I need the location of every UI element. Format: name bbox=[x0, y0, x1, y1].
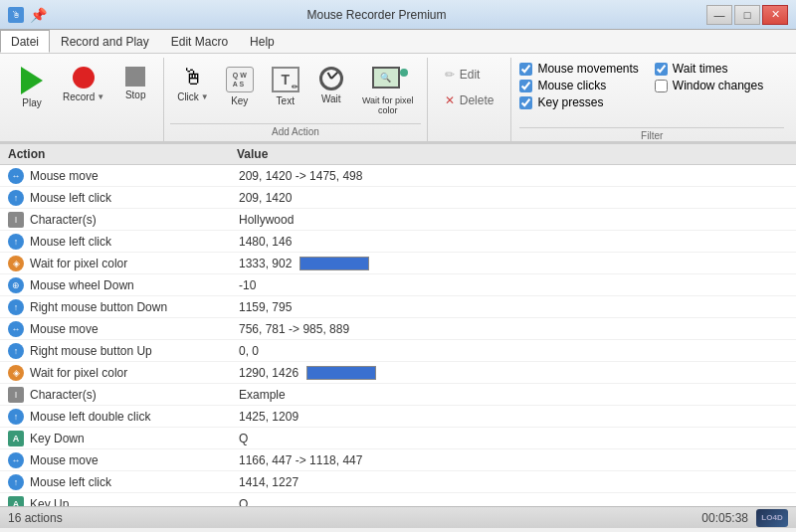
menu-help[interactable]: Help bbox=[239, 30, 286, 53]
action-table[interactable]: Action Value ↔ Mouse move 209, 1420 -> 1… bbox=[0, 143, 796, 506]
table-row[interactable]: ↑ Mouse left click 209, 1420 bbox=[0, 187, 796, 209]
row-value: 1166, 447 -> 1118, 447 bbox=[239, 453, 788, 467]
play-button[interactable]: Play bbox=[10, 62, 54, 113]
row-value-text: Q bbox=[239, 497, 248, 507]
table-row[interactable]: ↑ Mouse left double click 1425, 1209 bbox=[0, 406, 796, 428]
row-action-text: Right mouse button Up bbox=[30, 344, 239, 358]
row-type-icon: A bbox=[8, 431, 24, 446]
click-button[interactable]: 🖱 Click ▼ bbox=[170, 62, 216, 107]
table-row[interactable]: ↑ Mouse left click 1414, 1227 bbox=[0, 471, 796, 493]
edit-section: ✏ Edit ✕ Delete bbox=[428, 58, 512, 141]
filter-col-left: Mouse movements Mouse clicks Key presses bbox=[519, 62, 638, 123]
row-value: 1290, 1426 bbox=[239, 366, 788, 380]
table-body: ↔ Mouse move 209, 1420 -> 1475, 498 ↑ Mo… bbox=[0, 165, 796, 506]
row-action-text: Key Down bbox=[30, 432, 239, 445]
row-value: Example bbox=[239, 388, 788, 402]
table-row[interactable]: ◈ Wait for pixel color 1290, 1426 bbox=[0, 362, 796, 384]
mouse-clicks-checkbox[interactable] bbox=[519, 80, 532, 92]
text-button[interactable]: T ✏ Text bbox=[264, 62, 307, 111]
filter-mouse-movements[interactable]: Mouse movements bbox=[519, 62, 638, 76]
row-type-icon: ◈ bbox=[8, 365, 24, 381]
menu-edit-macro[interactable]: Edit Macro bbox=[160, 30, 239, 53]
add-action-items: 🖱 Click ▼ Q WA S Key T ✏ Text bbox=[170, 58, 421, 121]
window-title: Mouse Recorder Premium bbox=[47, 8, 706, 22]
key-button[interactable]: Q WA S Key bbox=[218, 62, 262, 111]
stop-button[interactable]: Stop bbox=[113, 62, 157, 105]
row-value: 1159, 795 bbox=[239, 300, 788, 314]
filter-col-right: Wait times Window changes bbox=[655, 62, 763, 123]
filter-mouse-clicks[interactable]: Mouse clicks bbox=[519, 79, 638, 92]
window-changes-checkbox[interactable] bbox=[655, 80, 668, 92]
click-dropdown-arrow: ▼ bbox=[201, 92, 209, 101]
table-row[interactable]: A Key Up Q bbox=[0, 493, 796, 506]
wait-times-checkbox[interactable] bbox=[655, 63, 668, 76]
menu-datei[interactable]: Datei bbox=[0, 30, 50, 53]
table-row[interactable]: ↑ Right mouse button Down 1159, 795 bbox=[0, 296, 796, 318]
close-button[interactable]: ✕ bbox=[762, 5, 788, 25]
table-row[interactable]: ↑ Right mouse button Up 0, 0 bbox=[0, 340, 796, 362]
row-value-text: 756, 781 -> 985, 889 bbox=[239, 322, 349, 336]
row-action-text: Mouse left click bbox=[30, 235, 239, 249]
row-type-icon: ↑ bbox=[8, 409, 24, 425]
record-icon bbox=[73, 67, 95, 89]
col-action-header: Action bbox=[8, 147, 237, 161]
table-row[interactable]: ↔ Mouse move 756, 781 -> 985, 889 bbox=[0, 318, 796, 340]
table-row[interactable]: ⊕ Mouse wheel Down -10 bbox=[0, 274, 796, 296]
key-icon: Q WA S bbox=[226, 67, 254, 92]
table-row[interactable]: ↑ Mouse left click 1480, 146 bbox=[0, 231, 796, 253]
key-presses-checkbox[interactable] bbox=[519, 96, 532, 109]
maximize-button[interactable]: □ bbox=[734, 5, 760, 25]
pin-icon[interactable]: 📌 bbox=[30, 7, 47, 23]
color-swatch bbox=[306, 366, 376, 380]
table-row[interactable]: I Character(s) Example bbox=[0, 384, 796, 406]
minimize-button[interactable]: — bbox=[706, 5, 732, 25]
row-value-text: 1414, 1227 bbox=[239, 475, 298, 489]
row-value: 1333, 902 bbox=[239, 257, 788, 270]
edit-button[interactable]: ✏ Edit bbox=[436, 64, 503, 86]
table-row[interactable]: ◈ Wait for pixel color 1333, 902 bbox=[0, 253, 796, 274]
menu-record-and-play[interactable]: Record and Play bbox=[50, 30, 160, 53]
filter-key-presses[interactable]: Key presses bbox=[519, 95, 638, 109]
table-row[interactable]: I Character(s) Hollywood bbox=[0, 209, 796, 231]
row-value: Q bbox=[239, 432, 788, 445]
row-type-icon: ◈ bbox=[8, 256, 24, 271]
status-right: 00:05:38 LO4D bbox=[701, 509, 788, 527]
row-value-text: Q bbox=[239, 432, 248, 445]
click-icon: 🖱 bbox=[182, 67, 204, 89]
filter-section: Mouse movements Mouse clicks Key presses… bbox=[511, 58, 792, 141]
row-type-icon: ↔ bbox=[8, 452, 24, 468]
text-label: Text bbox=[277, 95, 295, 106]
row-action-text: Character(s) bbox=[30, 388, 239, 402]
playback-items: Play Record ▼ Stop bbox=[10, 58, 157, 137]
wait-pixel-label: Wait for pixel color bbox=[362, 95, 414, 115]
table-row[interactable]: ↔ Mouse move 209, 1420 -> 1475, 498 bbox=[0, 165, 796, 187]
mouse-movements-checkbox[interactable] bbox=[519, 63, 532, 76]
table-row[interactable]: A Key Down Q bbox=[0, 428, 796, 449]
row-action-text: Mouse move bbox=[30, 453, 239, 467]
menu-bar: Datei Record and Play Edit Macro Help bbox=[0, 30, 796, 54]
table-row[interactable]: ↔ Mouse move 1166, 447 -> 1118, 447 bbox=[0, 449, 796, 471]
wait-pixel-button[interactable]: 🔍 Wait for pixel color bbox=[355, 62, 421, 120]
row-type-icon: ↑ bbox=[8, 299, 24, 315]
wait-button[interactable]: Wait bbox=[309, 62, 353, 109]
table-header: Action Value bbox=[0, 144, 796, 165]
main-content: Action Value ↔ Mouse move 209, 1420 -> 1… bbox=[0, 143, 796, 506]
row-action-text: Wait for pixel color bbox=[30, 366, 239, 380]
click-label: Click bbox=[177, 91, 199, 102]
row-action-text: Mouse wheel Down bbox=[30, 278, 239, 292]
record-button[interactable]: Record ▼ bbox=[56, 62, 111, 107]
toolbar: Play Record ▼ Stop 🖱 Click ▼ bbox=[0, 54, 796, 143]
row-value-text: 1290, 1426 bbox=[239, 366, 298, 380]
col-value-header: Value bbox=[237, 147, 788, 161]
row-value: Hollywood bbox=[239, 213, 788, 227]
stop-icon bbox=[125, 67, 145, 87]
filter-window-changes[interactable]: Window changes bbox=[655, 79, 763, 92]
title-bar: 🖱 📌 Mouse Recorder Premium — □ ✕ bbox=[0, 0, 796, 30]
delete-button[interactable]: ✕ Delete bbox=[436, 89, 503, 111]
title-bar-left: 🖱 📌 bbox=[8, 7, 47, 23]
filter-wait-times[interactable]: Wait times bbox=[655, 62, 763, 76]
wait-label: Wait bbox=[321, 93, 341, 104]
row-action-text: Mouse left double click bbox=[30, 410, 239, 424]
row-value: 1480, 146 bbox=[239, 235, 788, 249]
row-value: 1414, 1227 bbox=[239, 475, 788, 489]
